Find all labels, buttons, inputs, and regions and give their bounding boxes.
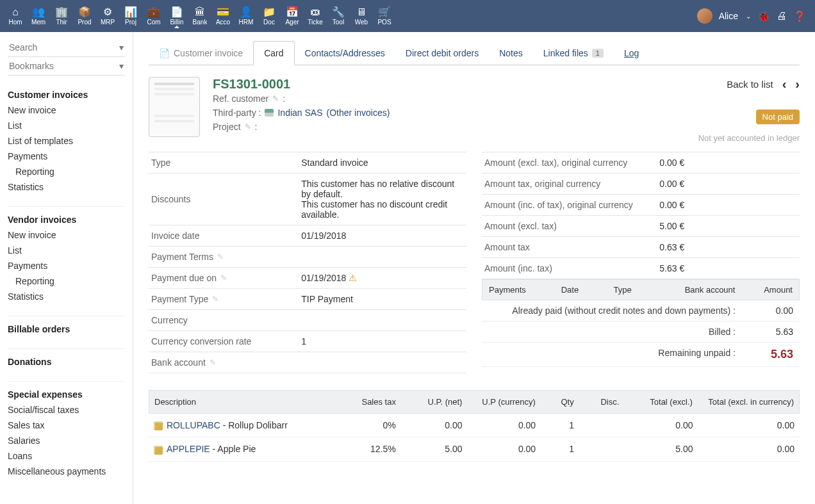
topnav-mem[interactable]: 👥Mem <box>27 4 50 28</box>
pencil-icon[interactable]: ✎ <box>220 273 227 282</box>
tab-contacts-addresses[interactable]: Contacts/Addresses <box>295 42 395 65</box>
sidebar-section-special-expenses[interactable]: Special expenses <box>8 387 125 402</box>
pencil-icon[interactable]: ✎ <box>245 122 251 131</box>
line-tax: 0% <box>334 414 401 437</box>
col-disc: Disc. <box>579 391 625 413</box>
topnav-billin[interactable]: 📄Billin <box>165 4 188 28</box>
sidebar-link-reporting[interactable]: Reporting <box>8 273 125 289</box>
amount-amount-excl-tax-: Amount (excl. tax)5.00 € <box>482 215 800 236</box>
topnav-acco[interactable]: 💳Acco <box>211 4 235 28</box>
field-payment-due-on: Payment due on✎01/19/2018 ⚠ <box>149 267 466 288</box>
topnav-bank[interactable]: 🏛Bank <box>188 4 211 28</box>
field-payment-type: Payment Type✎TIP Payment <box>149 288 466 309</box>
nav-label: Thir <box>56 19 67 26</box>
sidebar-link-miscellaneous-payments[interactable]: Miscellaneous payments <box>8 464 125 479</box>
nav-label: Proj <box>125 19 136 26</box>
topnav-proj[interactable]: 📊Proj <box>119 4 142 28</box>
invoice-preview-thumb[interactable] <box>149 77 200 137</box>
sidebar-section-customer-invoices[interactable]: Customer invoices <box>8 87 125 102</box>
field-currency-conversion-rate: Currency conversion rate1 <box>149 330 466 352</box>
topnav-prod[interactable]: 📦Prod <box>73 4 96 28</box>
line-total-excl-currency: 0.00 <box>698 414 800 437</box>
user-menu-caret[interactable]: ⌄ <box>746 13 751 20</box>
help-icon[interactable]: ❓ <box>793 10 806 22</box>
pay-value: 0.00 <box>736 305 793 316</box>
tab-log[interactable]: Log <box>614 42 649 65</box>
sidebar-link-payments[interactable]: Payments <box>8 258 125 273</box>
nav-label: Prod <box>78 19 91 26</box>
sidebar-link-list[interactable]: List <box>8 118 125 133</box>
amount-label: Amount (inc. of tax), original currency <box>484 200 659 210</box>
pencil-icon[interactable]: ✎ <box>272 94 279 103</box>
line-total-excl: 0.00 <box>625 414 698 437</box>
other-invoices-link[interactable]: (Other invoices) <box>327 108 390 118</box>
amount-value: 5.00 € <box>659 221 797 231</box>
username[interactable]: Alice <box>719 11 738 21</box>
sidebar-link-reporting[interactable]: Reporting <box>8 164 125 179</box>
back-to-list-link[interactable]: Back to list <box>727 79 773 90</box>
nav-icon: 🖥 <box>356 7 366 17</box>
field-label: Bank account <box>151 357 206 368</box>
topnav-thir[interactable]: 🏢Thir <box>50 4 73 28</box>
topnav-web[interactable]: 🖥Web <box>350 4 373 28</box>
sidebar-section-donations[interactable]: Donations <box>8 354 125 370</box>
product-icon <box>154 446 163 455</box>
sidebar-link-new-invoice[interactable]: New invoice <box>8 102 125 118</box>
field-label: Currency <box>151 315 188 325</box>
topnav-ager[interactable]: 📅Ager <box>281 4 304 28</box>
product-sku[interactable]: ROLLUPABC <box>167 420 220 430</box>
bookmarks-dropdown[interactable]: Bookmarks ▾ <box>8 57 125 76</box>
topnav-doc[interactable]: 📁Doc <box>258 4 281 28</box>
topnav-hrm[interactable]: 👤HRM <box>235 4 258 28</box>
topnav-ticke[interactable]: 🎟Ticke <box>304 4 327 28</box>
topnav-mrp[interactable]: ⚙MRP <box>96 4 119 28</box>
sidebar-link-statistics[interactable]: Statistics <box>8 289 125 304</box>
amount-label: Amount (excl. tax), original currency <box>484 158 659 168</box>
sidebar-link-statistics[interactable]: Statistics <box>8 179 125 195</box>
pencil-icon[interactable]: ✎ <box>217 252 224 261</box>
tab-customer-invoice[interactable]: 📄Customer invoice <box>149 42 253 65</box>
sidebar-link-list[interactable]: List <box>8 243 125 258</box>
line-disc <box>579 419 625 432</box>
line-up: 0.00 <box>401 414 468 437</box>
pencil-icon[interactable]: ✎ <box>210 358 216 367</box>
third-party-link[interactable]: Indian SAS <box>277 108 322 118</box>
tab-card[interactable]: Card <box>253 41 294 65</box>
sidebar-link-social/fiscal-taxes[interactable]: Social/fiscal taxes <box>8 402 125 418</box>
sidebar-link-list-of-templates[interactable]: List of templates <box>8 133 125 149</box>
prev-arrow-icon[interactable]: ‹ <box>782 77 787 92</box>
search-dropdown[interactable]: Search ▾ <box>8 38 125 57</box>
sidebar-link-sales-tax[interactable]: Sales tax <box>8 418 125 433</box>
nav-label: Web <box>355 19 368 26</box>
nav-icon: 📄 <box>170 7 183 17</box>
topnav-hom[interactable]: ⌂Hom <box>4 4 27 28</box>
line-upc: 0.00 <box>467 414 541 437</box>
nav-icon: ⌂ <box>12 7 19 17</box>
tab-label: Customer invoice <box>174 48 243 58</box>
topnav-pos[interactable]: 🛒POS <box>373 4 396 28</box>
sidebar-link-salaries[interactable]: Salaries <box>8 433 125 448</box>
topnav-tool[interactable]: 🔧Tool <box>327 4 350 28</box>
next-arrow-icon[interactable]: › <box>795 77 800 92</box>
lines-table-header: Description Sales tax U.P. (net) U.P (cu… <box>149 390 800 414</box>
topnav-com[interactable]: 💼Com <box>142 4 165 28</box>
line-up: 5.00 <box>401 437 468 460</box>
sidebar-link-new-invoice[interactable]: New invoice <box>8 227 125 243</box>
nav-icon: 📊 <box>124 7 137 17</box>
pay-label: Billed : <box>488 327 736 337</box>
product-sku[interactable]: APPLEPIE <box>167 444 210 454</box>
sidebar-link-payments[interactable]: Payments <box>8 149 125 164</box>
amount-label: Amount (inc. tax) <box>484 263 659 273</box>
sidebar-section-billable-orders[interactable]: Billable orders <box>8 321 125 337</box>
sidebar-link-loans[interactable]: Loans <box>8 448 125 464</box>
pencil-icon[interactable]: ✎ <box>212 295 218 304</box>
bug-icon[interactable]: 🐞 <box>757 10 770 22</box>
tab-linked-files[interactable]: Linked files1 <box>533 42 614 65</box>
nav-label: Mem <box>31 19 45 26</box>
sidebar-section-vendor-invoices[interactable]: Vendor invoices <box>8 212 125 227</box>
print-icon[interactable]: 🖨 <box>777 10 787 22</box>
avatar[interactable] <box>697 8 712 24</box>
tab-direct-debit-orders[interactable]: Direct debit orders <box>395 42 489 65</box>
nav-icon: 🛒 <box>378 7 391 17</box>
tab-notes[interactable]: Notes <box>489 42 533 65</box>
